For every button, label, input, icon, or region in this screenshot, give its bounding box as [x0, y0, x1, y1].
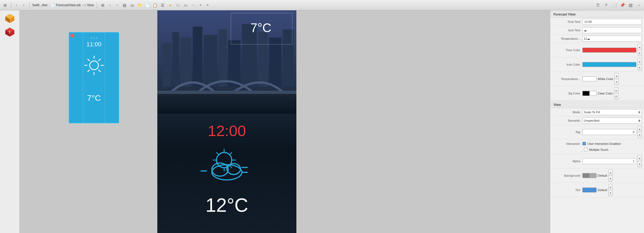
- temp-color-swatch[interactable]: [582, 76, 597, 81]
- canvas-time-label: 12:00: [208, 122, 246, 140]
- tag-input[interactable]: [582, 129, 636, 135]
- help-icon[interactable]: ?: [603, 2, 609, 8]
- widget-close-btn[interactable]: [70, 34, 74, 38]
- semantic-field: Unspecified: [582, 118, 642, 124]
- library-icon[interactable]: ▤: [628, 2, 634, 8]
- nav-icon[interactable]: →: [636, 2, 642, 8]
- temperature-label: Temperature...: [552, 37, 582, 40]
- time-text-input[interactable]: [582, 19, 642, 25]
- sidebar-cube-orange[interactable]: [4, 13, 16, 24]
- icon-color-swatch[interactable]: [582, 62, 636, 67]
- bg-color-stepper: ▲ ▼: [614, 87, 618, 99]
- temp-color-label: Temperature...: [552, 77, 582, 81]
- time-color-stepper-up[interactable]: ▲: [637, 44, 642, 50]
- mode-arrow: [638, 111, 640, 114]
- icon-color-stepper-up[interactable]: ▲: [637, 59, 642, 65]
- forward-button[interactable]: ›: [21, 2, 26, 8]
- svg-line-41: [230, 152, 232, 155]
- close-button[interactable]: ×: [205, 2, 210, 8]
- widget-time-label: 11:00: [86, 41, 101, 48]
- alpha-stepper-down[interactable]: ▼: [637, 161, 642, 167]
- layout-icon[interactable]: ▤: [122, 2, 128, 8]
- temp-color-text: White Color: [598, 77, 613, 81]
- icon-color-stepper-down[interactable]: ▼: [637, 65, 642, 70]
- semantic-select[interactable]: Unspecified: [582, 118, 642, 124]
- alpha-stepper-up[interactable]: ▲: [637, 155, 642, 161]
- list-icon[interactable]: ☰: [160, 2, 166, 8]
- tint-label: Tint: [552, 188, 582, 192]
- bg-color-text: Clear Color: [598, 92, 613, 95]
- background-swatch[interactable]: [582, 173, 597, 178]
- file2-icon[interactable]: 🗂: [129, 2, 135, 8]
- svg-rect-25: [228, 40, 240, 87]
- bg-color-swatch[interactable]: [582, 91, 597, 96]
- tint-swatch[interactable]: [582, 188, 597, 192]
- sidebar-cube-red[interactable]: 1: [4, 26, 16, 38]
- svg-rect-24: [219, 29, 227, 87]
- multiple-touch-row: Multiple Touch: [584, 147, 608, 152]
- inspector-icon[interactable]: ⬜: [611, 2, 617, 8]
- icon-text-display[interactable]: ☁: [582, 27, 642, 33]
- temp-color-stepper-down[interactable]: ▼: [614, 79, 619, 85]
- time-text-row: Time Text: [550, 18, 644, 26]
- temp-color-stepper-up[interactable]: ▲: [614, 73, 619, 79]
- file-inspector-icon[interactable]: 🗒: [595, 2, 601, 8]
- svg-rect-28: [269, 38, 281, 87]
- nav-forward-button[interactable]: ›: [115, 2, 120, 8]
- time-text-field: [582, 19, 642, 25]
- alpha-field: ▲ ▼: [582, 155, 642, 167]
- canvas-temp-label: 12°C: [206, 194, 248, 216]
- background-stepper-down[interactable]: ▼: [608, 176, 613, 182]
- svg-rect-19: [163, 43, 171, 87]
- user-interaction-checkbox[interactable]: ✓: [582, 142, 586, 145]
- temperature-display[interactable]: 12☁: [582, 36, 642, 42]
- grid-icon[interactable]: ⊞: [2, 2, 8, 8]
- widget-temp-label: 7°C: [87, 93, 101, 103]
- time-color-stepper-down[interactable]: ▼: [637, 50, 642, 56]
- svg-rect-22: [193, 27, 202, 87]
- rect-icon[interactable]: ▭: [183, 2, 189, 8]
- doc-icon[interactable]: 📄: [145, 2, 151, 8]
- semantic-label: Semantic: [552, 119, 582, 122]
- more-icon[interactable]: ⋯: [190, 2, 196, 8]
- time-color-swatch[interactable]: [582, 48, 636, 53]
- tint-stepper-down[interactable]: ▼: [608, 190, 613, 196]
- widget-line-right: [105, 33, 105, 123]
- multiple-touch-label: Multiple Touch: [589, 148, 608, 151]
- add-button[interactable]: +: [198, 2, 203, 8]
- toolbar-right: 🗒 ? ⬜ 📌 ▤ →: [595, 2, 642, 8]
- alpha-input[interactable]: [582, 158, 636, 164]
- toolbar-separator-1: [11, 2, 11, 8]
- svg-rect-23: [204, 35, 217, 87]
- svg-text:1: 1: [9, 31, 10, 34]
- folder-icon[interactable]: 📁: [137, 2, 143, 8]
- pin-icon[interactable]: 📌: [619, 2, 625, 8]
- interaction-field: ✓ User Interaction Enabled: [582, 141, 642, 146]
- mode-select[interactable]: Scale To Fill: [582, 109, 642, 115]
- icon-color-stepper: ▲ ▼: [637, 59, 642, 70]
- bg-color-stepper-up[interactable]: ▲: [614, 87, 618, 93]
- background-stepper-up[interactable]: ▲: [608, 170, 613, 176]
- breadcrumb-label-2[interactable]: ForecastView.xib: [56, 3, 81, 7]
- city-overlay: 7°C: [157, 10, 296, 114]
- multiple-touch-checkbox[interactable]: [584, 148, 588, 151]
- square-icon[interactable]: □: [175, 2, 181, 8]
- breadcrumb-label-3[interactable]: View: [87, 3, 94, 7]
- temp-color-row: Temperature... White Color ▲ ▼: [550, 72, 644, 86]
- widget-preview: 11:00 7°C: [69, 32, 119, 123]
- circle-icon[interactable]: ●: [167, 2, 173, 8]
- back-button[interactable]: ‹: [14, 2, 19, 8]
- tint-stepper-up[interactable]: ▲: [608, 184, 613, 190]
- bg-color-row: Bg Color Clear Color ▲ ▼: [550, 86, 644, 101]
- breadcrumb-sep-2: ›: [82, 4, 83, 7]
- nav-back-button[interactable]: ‹: [107, 2, 113, 8]
- toolbar-separator-3: [97, 2, 97, 8]
- tag-stepper-down[interactable]: ▼: [637, 132, 642, 138]
- breadcrumb-item-2[interactable]: 📄: [51, 3, 55, 7]
- grid2-icon[interactable]: ⊞: [100, 2, 106, 8]
- breadcrumb-item-1[interactable]: Swift...ther: [32, 3, 48, 7]
- tag-stepper-up[interactable]: ▲: [637, 126, 642, 132]
- doc2-icon[interactable]: 📋: [152, 2, 158, 8]
- bg-color-stepper-down[interactable]: ▼: [614, 93, 618, 99]
- forecast-view-title: Forecast View: [550, 10, 644, 18]
